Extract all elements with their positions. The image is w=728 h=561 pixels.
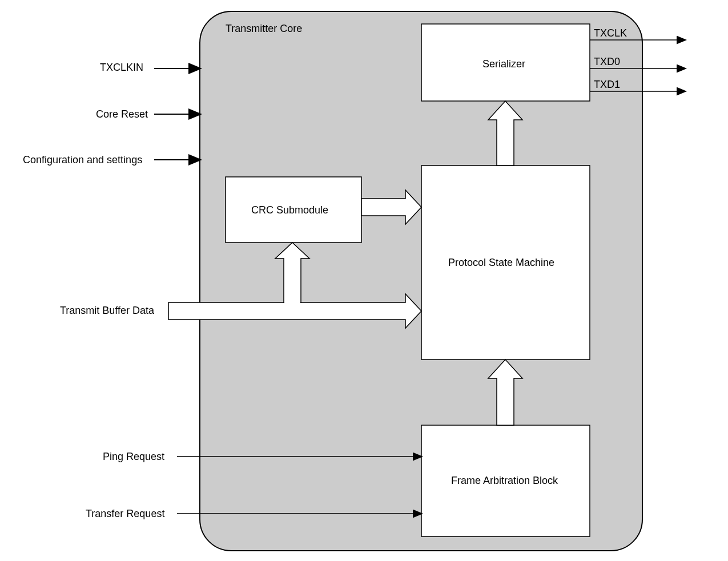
serializer-label: Serializer [482, 58, 525, 70]
config-label: Configuration and settings [23, 154, 142, 166]
core-title: Transmitter Core [226, 23, 302, 35]
txd0-label: TXD0 [594, 56, 620, 68]
psm-label: Protocol State Machine [448, 257, 554, 269]
svg-rect-0 [284, 302, 300, 304]
diagram-container: Transmitter Core Serializer CRC Submodul… [0, 0, 728, 561]
transfer-label: Transfer Request [86, 508, 164, 520]
buffer-label: Transmit Buffer Data [60, 305, 154, 317]
fab-label: Frame Arbitration Block [451, 475, 558, 487]
txclkin-label: TXCLKIN [100, 62, 143, 74]
core-reset-label: Core Reset [96, 108, 148, 120]
crc-label: CRC Submodule [251, 204, 328, 216]
txclk-label: TXCLK [594, 27, 627, 39]
ping-label: Ping Request [103, 451, 164, 463]
txd1-label: TXD1 [594, 79, 620, 91]
